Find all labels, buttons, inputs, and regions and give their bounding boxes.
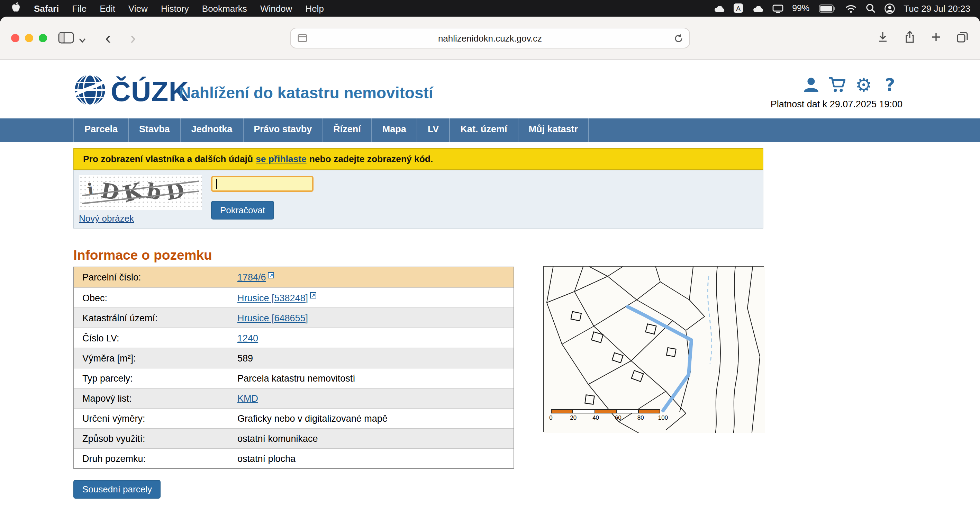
menu-bar-left: SafariFileEditViewHistoryBookmarksWindow… [0, 2, 324, 15]
menu-bar-status: A 99% Tue 29 Jul 20:23 [713, 3, 980, 13]
row-value-cell: 1240 [229, 333, 258, 343]
page-content: ČÚZK Nahlížení do katastru nemovitostí ⚙… [0, 59, 980, 509]
row-value-link[interactable]: KMD [237, 393, 258, 404]
scale-labels: 020406080100 [551, 413, 664, 421]
downloads-icon[interactable] [876, 30, 889, 46]
close-window-button[interactable] [11, 34, 19, 42]
continue-button[interactable]: Pokračovat [211, 201, 274, 220]
nav-item-lv[interactable]: LV [417, 118, 450, 142]
cuzk-logo-text[interactable]: ČÚZK [111, 76, 189, 107]
row-value-cell: Graficky nebo v digitalizované mapě [229, 413, 388, 423]
scale-segment [595, 409, 617, 413]
row-value-link[interactable]: 1240 [237, 333, 258, 343]
cart-icon[interactable] [828, 75, 847, 94]
row-value: Parcela katastru nemovitostí [237, 373, 355, 383]
text-cursor [216, 179, 217, 189]
map-scale-bar: 020406080100 [551, 409, 664, 421]
menu-items: SafariFileEditViewHistoryBookmarksWindow… [34, 3, 324, 13]
user-account-icon[interactable] [802, 75, 821, 94]
map-drawing [544, 266, 765, 433]
site-title: Nahlížení do katastru nemovitostí [179, 84, 433, 102]
neighboring-parcels-button[interactable]: Sousední parcely [73, 480, 161, 499]
menu-file[interactable]: File [72, 3, 86, 13]
reload-icon[interactable] [674, 34, 683, 45]
apple-menu-icon[interactable] [11, 2, 21, 15]
scale-segment [638, 409, 660, 413]
minimize-window-button[interactable] [25, 34, 33, 42]
nav-item-muj-katastr[interactable]: Můj katastr [518, 118, 589, 142]
row-value-link[interactable]: 1784/6 [237, 272, 266, 282]
row-label: Výměra [m²]: [74, 353, 229, 363]
parcel-info-table: Parcelní číslo:1784/6↗Obec:Hrusice [5382… [73, 266, 514, 469]
parcel-row-zpusob-vyuziti: Způsob využití:ostatní komunikace [74, 428, 514, 448]
share-icon[interactable] [903, 30, 916, 46]
zoom-window-button[interactable] [39, 34, 47, 42]
toolbar-actions [876, 17, 969, 59]
parcel-row-druh-pozemku: Druh pozemku:ostatní plocha [74, 448, 514, 468]
spotlight-icon[interactable] [865, 3, 875, 13]
new-captcha-image-link[interactable]: Nový obrázek [79, 213, 134, 224]
scale-segment [616, 409, 638, 413]
page-proxy-icon[interactable] [298, 34, 307, 44]
forward-button[interactable]: › [130, 27, 136, 48]
row-value-link[interactable]: Hrusice [648655] [237, 313, 308, 323]
scale-label: 20 [570, 414, 576, 421]
captcha-letter: b [145, 178, 163, 204]
cuzk-logo-globe-icon[interactable] [73, 73, 107, 109]
parcel-row-cislo-lv: Číslo LV:1240 [74, 327, 514, 348]
menu-view[interactable]: View [128, 3, 148, 13]
wifi-icon[interactable] [845, 4, 856, 13]
notice-text-before: Pro zobrazení vlastníka a dalších údajů [83, 154, 253, 164]
row-label: Způsob využití: [74, 433, 229, 444]
cadastral-map[interactable]: 020406080100 [543, 266, 764, 432]
nav-item-parcela[interactable]: Parcela [73, 118, 129, 142]
nav-item-rizeni[interactable]: Řízení [323, 118, 372, 142]
scale-label: 60 [615, 414, 622, 421]
input-source-icon[interactable]: A [733, 3, 743, 13]
display-icon[interactable] [772, 4, 783, 13]
row-value: 589 [237, 353, 253, 363]
address-bar[interactable]: nahlizenidokn.cuzk.gov.cz [290, 28, 690, 48]
cloud-icon[interactable] [713, 4, 724, 13]
nav-item-stavba[interactable]: Stavba [129, 118, 181, 142]
main-navigation: ParcelaStavbaJednotkaPrávo stavbyŘízeníM… [0, 118, 980, 142]
external-link-icon: ↗ [310, 292, 316, 298]
captcha-input[interactable] [211, 176, 313, 192]
settings-gear-icon[interactable]: ⚙ [854, 75, 873, 94]
menu-edit[interactable]: Edit [100, 3, 115, 13]
scale-segment [551, 409, 573, 413]
scale-segment [573, 409, 595, 413]
new-tab-icon[interactable] [930, 31, 942, 45]
menu-clock[interactable]: Tue 29 Jul 20:23 [904, 3, 970, 13]
svg-text:A: A [736, 5, 740, 12]
nav-item-jednotka[interactable]: Jednotka [181, 118, 243, 142]
user-switch-icon[interactable] [884, 3, 894, 13]
menu-window[interactable]: Window [260, 3, 293, 13]
help-icon[interactable]: ? [880, 75, 900, 94]
row-label: Číslo LV: [74, 333, 229, 343]
battery-icon[interactable] [818, 4, 836, 13]
captcha-letter: K [121, 177, 145, 207]
row-value-link[interactable]: Hrusice [538248] [237, 293, 308, 303]
sidebar-toggle-icon[interactable] [58, 32, 74, 46]
menu-history[interactable]: History [161, 3, 189, 13]
row-value: ostatní komunikace [237, 433, 318, 444]
menu-help[interactable]: Help [305, 3, 324, 13]
row-value-cell: 1784/6↗ [229, 272, 274, 283]
menu-safari[interactable]: Safari [34, 3, 59, 13]
row-label: Parcelní číslo: [74, 272, 229, 282]
nav-item-pravo-stavby[interactable]: Právo stavby [243, 118, 323, 142]
row-label: Katastrální území: [74, 313, 229, 323]
tab-overview-icon[interactable] [956, 30, 969, 46]
login-link[interactable]: se přihlaste [256, 154, 307, 164]
battery-percent: 99% [792, 3, 810, 13]
captcha-letter: D [164, 178, 186, 205]
cloud-sync-icon[interactable] [752, 4, 763, 13]
nav-item-kat-uzemi[interactable]: Kat. území [450, 118, 518, 142]
back-button[interactable]: ‹ [105, 27, 111, 48]
nav-item-mapa[interactable]: Mapa [372, 118, 417, 142]
captcha-panel: iDKbD Nový obrázek Pokračovat [73, 170, 764, 228]
sidebar-chevron-icon[interactable] [79, 33, 86, 45]
menu-bookmarks[interactable]: Bookmarks [202, 3, 247, 13]
row-label: Mapový list: [74, 393, 229, 404]
